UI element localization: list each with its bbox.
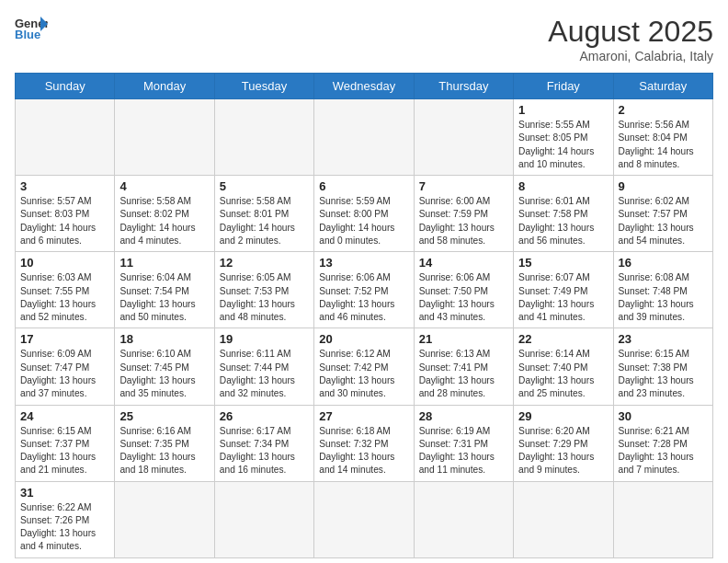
logo: General Blue <box>15 15 48 40</box>
calendar-day-cell: 19Sunrise: 6:11 AMSunset: 7:44 PMDayligh… <box>214 328 313 405</box>
day-number: 27 <box>319 409 408 423</box>
calendar-day-cell: 25Sunrise: 6:16 AMSunset: 7:35 PMDayligh… <box>115 405 214 481</box>
title-area: August 2025 Amaroni, Calabria, Italy <box>548 15 713 63</box>
day-info: Sunrise: 6:10 AMSunset: 7:45 PMDaylight:… <box>119 348 209 400</box>
day-info: Sunrise: 6:20 AMSunset: 7:29 PMDaylight:… <box>518 425 608 477</box>
day-info: Sunrise: 5:58 AMSunset: 8:02 PMDaylight:… <box>119 195 209 247</box>
calendar-day-cell: 1Sunrise: 5:55 AMSunset: 8:05 PMDaylight… <box>514 99 613 176</box>
calendar-day-cell: 12Sunrise: 6:05 AMSunset: 7:53 PMDayligh… <box>214 252 313 328</box>
calendar-day-cell <box>514 481 613 557</box>
day-number: 9 <box>619 179 708 193</box>
day-number: 16 <box>619 256 708 270</box>
calendar-day-cell <box>314 99 414 176</box>
calendar-day-cell: 28Sunrise: 6:19 AMSunset: 7:31 PMDayligh… <box>414 405 513 481</box>
day-info: Sunrise: 6:00 AMSunset: 7:59 PMDaylight:… <box>419 195 508 247</box>
day-info: Sunrise: 5:57 AMSunset: 8:03 PMDaylight:… <box>20 195 109 247</box>
calendar-day-cell: 29Sunrise: 6:20 AMSunset: 7:29 PMDayligh… <box>514 405 613 481</box>
svg-text:Blue: Blue <box>15 28 40 40</box>
calendar-day-cell: 2Sunrise: 5:56 AMSunset: 8:04 PMDaylight… <box>613 99 712 176</box>
calendar-day-cell <box>314 481 414 557</box>
calendar-day-cell: 24Sunrise: 6:15 AMSunset: 7:37 PMDayligh… <box>16 405 115 481</box>
calendar-week-row: 3Sunrise: 5:57 AMSunset: 8:03 PMDaylight… <box>16 176 713 252</box>
day-number: 31 <box>20 486 109 500</box>
day-info: Sunrise: 6:03 AMSunset: 7:55 PMDaylight:… <box>20 271 109 324</box>
calendar-day-cell: 31Sunrise: 6:22 AMSunset: 7:26 PMDayligh… <box>16 481 115 557</box>
calendar-day-cell <box>115 481 214 557</box>
day-number: 3 <box>20 179 109 193</box>
day-info: Sunrise: 6:18 AMSunset: 7:32 PMDaylight:… <box>319 425 408 477</box>
day-info: Sunrise: 6:04 AMSunset: 7:54 PMDaylight:… <box>119 271 209 324</box>
calendar-day-cell: 8Sunrise: 6:01 AMSunset: 7:58 PMDaylight… <box>514 176 613 252</box>
calendar-day-cell: 10Sunrise: 6:03 AMSunset: 7:55 PMDayligh… <box>16 252 115 328</box>
calendar-table: SundayMondayTuesdayWednesdayThursdayFrid… <box>15 73 713 558</box>
day-info: Sunrise: 6:16 AMSunset: 7:35 PMDaylight:… <box>119 425 209 477</box>
calendar-day-cell: 15Sunrise: 6:07 AMSunset: 7:49 PMDayligh… <box>514 252 613 328</box>
day-info: Sunrise: 6:11 AMSunset: 7:44 PMDaylight:… <box>220 348 309 400</box>
day-number: 15 <box>518 256 608 270</box>
day-info: Sunrise: 5:59 AMSunset: 8:00 PMDaylight:… <box>319 195 408 247</box>
day-info: Sunrise: 6:17 AMSunset: 7:34 PMDaylight:… <box>220 425 309 477</box>
calendar-week-row: 1Sunrise: 5:55 AMSunset: 8:05 PMDaylight… <box>16 99 713 176</box>
day-number: 20 <box>319 332 408 346</box>
calendar-day-cell: 20Sunrise: 6:12 AMSunset: 7:42 PMDayligh… <box>314 328 414 405</box>
weekday-header-sunday: Sunday <box>16 74 115 99</box>
generalblue-logo-icon: General Blue <box>15 15 48 40</box>
day-info: Sunrise: 6:15 AMSunset: 7:37 PMDaylight:… <box>20 425 109 477</box>
calendar-day-cell: 3Sunrise: 5:57 AMSunset: 8:03 PMDaylight… <box>16 176 115 252</box>
day-number: 30 <box>619 409 708 423</box>
weekday-header-tuesday: Tuesday <box>214 74 313 99</box>
calendar-day-cell: 23Sunrise: 6:15 AMSunset: 7:38 PMDayligh… <box>613 328 712 405</box>
day-number: 6 <box>319 179 408 193</box>
day-number: 5 <box>220 179 309 193</box>
day-info: Sunrise: 5:58 AMSunset: 8:01 PMDaylight:… <box>220 195 309 247</box>
day-number: 2 <box>619 103 708 117</box>
day-number: 28 <box>419 409 508 423</box>
day-number: 23 <box>619 332 708 346</box>
weekday-header-friday: Friday <box>514 74 613 99</box>
day-info: Sunrise: 6:12 AMSunset: 7:42 PMDaylight:… <box>319 348 408 400</box>
day-info: Sunrise: 6:06 AMSunset: 7:50 PMDaylight:… <box>419 271 508 324</box>
day-info: Sunrise: 6:19 AMSunset: 7:31 PMDaylight:… <box>419 425 508 477</box>
weekday-header-saturday: Saturday <box>613 74 712 99</box>
day-number: 19 <box>220 332 309 346</box>
calendar-day-cell: 6Sunrise: 5:59 AMSunset: 8:00 PMDaylight… <box>314 176 414 252</box>
day-number: 21 <box>419 332 508 346</box>
calendar-day-cell: 4Sunrise: 5:58 AMSunset: 8:02 PMDaylight… <box>115 176 214 252</box>
calendar-day-cell: 5Sunrise: 5:58 AMSunset: 8:01 PMDaylight… <box>214 176 313 252</box>
day-info: Sunrise: 6:06 AMSunset: 7:52 PMDaylight:… <box>319 271 408 324</box>
day-number: 29 <box>518 409 608 423</box>
day-number: 1 <box>518 103 608 117</box>
day-info: Sunrise: 6:15 AMSunset: 7:38 PMDaylight:… <box>619 348 708 400</box>
day-number: 8 <box>518 179 608 193</box>
day-info: Sunrise: 6:13 AMSunset: 7:41 PMDaylight:… <box>419 348 508 400</box>
day-info: Sunrise: 6:01 AMSunset: 7:58 PMDaylight:… <box>518 195 608 247</box>
calendar-day-cell: 21Sunrise: 6:13 AMSunset: 7:41 PMDayligh… <box>414 328 513 405</box>
day-info: Sunrise: 6:02 AMSunset: 7:57 PMDaylight:… <box>619 195 708 247</box>
calendar-day-cell: 16Sunrise: 6:08 AMSunset: 7:48 PMDayligh… <box>613 252 712 328</box>
day-number: 18 <box>119 332 209 346</box>
day-number: 25 <box>119 409 209 423</box>
calendar-day-cell: 11Sunrise: 6:04 AMSunset: 7:54 PMDayligh… <box>115 252 214 328</box>
day-number: 26 <box>220 409 309 423</box>
calendar-day-cell <box>414 481 513 557</box>
calendar-week-row: 10Sunrise: 6:03 AMSunset: 7:55 PMDayligh… <box>16 252 713 328</box>
calendar-day-cell: 14Sunrise: 6:06 AMSunset: 7:50 PMDayligh… <box>414 252 513 328</box>
header: General Blue August 2025 Amaroni, Calabr… <box>15 15 713 63</box>
weekday-header-wednesday: Wednesday <box>314 74 414 99</box>
location-subtitle: Amaroni, Calabria, Italy <box>548 49 713 63</box>
calendar-day-cell <box>613 481 712 557</box>
weekday-header-thursday: Thursday <box>414 74 513 99</box>
calendar-day-cell: 22Sunrise: 6:14 AMSunset: 7:40 PMDayligh… <box>514 328 613 405</box>
day-number: 14 <box>419 256 508 270</box>
weekday-header-monday: Monday <box>115 74 214 99</box>
calendar-week-row: 17Sunrise: 6:09 AMSunset: 7:47 PMDayligh… <box>16 328 713 405</box>
calendar-day-cell: 13Sunrise: 6:06 AMSunset: 7:52 PMDayligh… <box>314 252 414 328</box>
calendar-day-cell: 26Sunrise: 6:17 AMSunset: 7:34 PMDayligh… <box>214 405 313 481</box>
calendar-day-cell <box>414 99 513 176</box>
calendar-week-row: 31Sunrise: 6:22 AMSunset: 7:26 PMDayligh… <box>16 481 713 557</box>
day-number: 13 <box>319 256 408 270</box>
calendar-day-cell <box>115 99 214 176</box>
day-info: Sunrise: 6:21 AMSunset: 7:28 PMDaylight:… <box>619 425 708 477</box>
day-number: 10 <box>20 256 109 270</box>
day-number: 24 <box>20 409 109 423</box>
